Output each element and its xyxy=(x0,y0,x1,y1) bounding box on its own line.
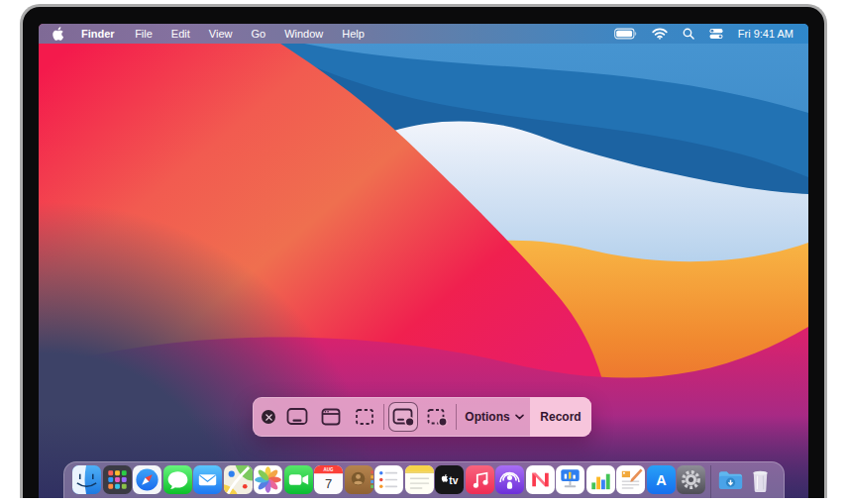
dock-item-launchpad[interactable] xyxy=(103,465,132,494)
dock-item-keynote[interactable] xyxy=(556,465,584,494)
dock-item-podcasts[interactable] xyxy=(495,465,524,494)
chevron-down-icon xyxy=(515,414,524,420)
laptop-frame: Finder File Edit View Go Window Help xyxy=(20,4,827,498)
dock-item-notes[interactable] xyxy=(405,465,434,494)
dock-item-safari[interactable] xyxy=(133,465,161,494)
dock-item-contacts[interactable] xyxy=(345,465,373,494)
dock-item-messages[interactable] xyxy=(163,465,192,494)
battery-icon[interactable] xyxy=(614,28,637,40)
spotlight-search-icon[interactable] xyxy=(683,28,694,40)
dock-item-system-preferences[interactable] xyxy=(677,465,705,494)
screenshot-toolbar: Options Record xyxy=(253,397,591,437)
dock-item-news[interactable] xyxy=(526,465,555,494)
capture-entire-screen-button[interactable] xyxy=(280,397,314,437)
svg-text:A: A xyxy=(656,472,667,488)
menu-bar: Finder File Edit View Go Window Help xyxy=(39,24,808,44)
wifi-icon[interactable] xyxy=(652,28,668,40)
control-center-icon[interactable] xyxy=(709,28,723,40)
close-icon[interactable] xyxy=(262,410,275,424)
dock-item-tv[interactable]: tv xyxy=(435,465,464,494)
dock-item-calendar[interactable]: AUG 7 xyxy=(314,465,343,494)
capture-selected-window-button[interactable] xyxy=(314,397,348,437)
menu-item-go[interactable]: Go xyxy=(242,28,275,40)
dock-item-pages[interactable] xyxy=(616,465,645,494)
page-background: Finder File Edit View Go Window Help xyxy=(0,0,847,504)
dock: AUG 7 xyxy=(63,461,785,498)
menu-bar-clock[interactable]: Fri 9:41 AM xyxy=(738,28,794,40)
dock-item-photos[interactable] xyxy=(254,465,282,494)
options-button[interactable]: Options xyxy=(459,410,530,424)
dock-item-finder[interactable] xyxy=(72,465,101,494)
toolbar-divider xyxy=(456,404,457,430)
dock-divider xyxy=(710,465,712,498)
capture-selected-portion-button[interactable] xyxy=(348,397,381,437)
dock-item-numbers[interactable] xyxy=(586,465,615,494)
dock-item-reminders[interactable] xyxy=(374,465,403,494)
menu-item-window[interactable]: Window xyxy=(275,28,333,40)
apple-menu-icon[interactable] xyxy=(53,27,64,42)
svg-text:AUG: AUG xyxy=(324,467,334,472)
dock-item-downloads[interactable] xyxy=(716,465,745,494)
menu-item-edit[interactable]: Edit xyxy=(161,28,199,40)
menu-item-help[interactable]: Help xyxy=(333,28,374,40)
toolbar-divider xyxy=(383,404,384,430)
options-label: Options xyxy=(465,410,509,424)
record-entire-screen-button[interactable] xyxy=(386,397,420,437)
dock-item-maps[interactable] xyxy=(224,465,253,494)
svg-text:7: 7 xyxy=(325,476,332,491)
dock-item-music[interactable] xyxy=(466,465,494,494)
menu-item-view[interactable]: View xyxy=(199,28,242,40)
dock-item-app-store[interactable]: A xyxy=(647,465,676,494)
dock-item-mail[interactable] xyxy=(193,465,222,494)
record-selected-portion-button[interactable] xyxy=(420,397,454,437)
menu-item-file[interactable]: File xyxy=(126,28,162,40)
record-button[interactable]: Record xyxy=(530,397,591,437)
mac-screen: Finder File Edit View Go Window Help xyxy=(39,24,808,498)
dock-item-trash[interactable] xyxy=(746,465,775,494)
selected-tool-highlight xyxy=(388,402,418,432)
dock-item-facetime[interactable] xyxy=(284,465,313,494)
svg-text:tv: tv xyxy=(449,475,458,486)
menu-item-finder[interactable]: Finder xyxy=(70,28,126,40)
